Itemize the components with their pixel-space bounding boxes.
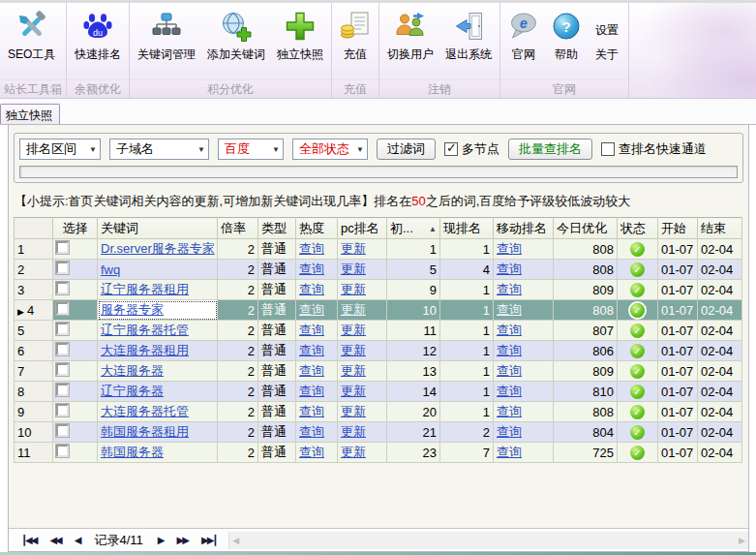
search-engine-dropdown[interactable]: 百度 ▼ (218, 139, 284, 160)
hot-query-link[interactable]: 查询 (299, 241, 324, 256)
column-header[interactable]: 移动排名 (494, 218, 554, 239)
first-record-button[interactable]: ┃◀◀ (15, 535, 43, 545)
column-header[interactable]: pc排名 (338, 218, 387, 239)
next-page-button[interactable]: ▶▶ (170, 535, 195, 545)
keyword-link[interactable]: 辽宁服务器租用 (101, 282, 189, 296)
pc-update-link[interactable]: 更新 (341, 363, 366, 378)
fast-channel-checkbox[interactable] (601, 142, 615, 156)
pc-update-link[interactable]: 更新 (341, 282, 366, 296)
table-row[interactable]: 10韩国服务器租用2普通查询更新212查询804✓01-0702-04 (15, 422, 742, 443)
prev-record-button[interactable]: ◀ (68, 535, 87, 545)
official-site-button[interactable]: e 官网 (502, 6, 545, 79)
column-header[interactable]: 关键词 (98, 218, 218, 239)
hot-query-link[interactable]: 查询 (299, 343, 324, 357)
hot-query-link[interactable]: 查询 (299, 445, 324, 459)
column-header[interactable]: 初...▲ (387, 218, 440, 239)
mobile-query-link[interactable]: 查询 (497, 262, 522, 276)
about-link[interactable]: 关于 (595, 46, 619, 63)
keyword-link[interactable]: 韩国服务器 (101, 445, 164, 459)
table-row[interactable]: 6大连服务器租用2普通查询更新121查询806✓01-0702-04 (15, 341, 742, 361)
pc-update-link[interactable]: 更新 (341, 404, 366, 418)
row-checkbox[interactable] (56, 363, 69, 376)
column-header[interactable]: 今日优化 (554, 218, 618, 239)
pc-update-link[interactable]: 更新 (341, 302, 366, 317)
hot-query-link[interactable]: 查询 (299, 262, 324, 276)
keyword-link[interactable]: 大连服务器托管 (101, 404, 189, 418)
hot-query-link[interactable]: 查询 (299, 424, 324, 439)
standalone-snapshot-button[interactable]: 独立快照 (271, 6, 329, 79)
mobile-query-link[interactable]: 查询 (497, 282, 522, 296)
keyword-link[interactable]: 大连服务器租用 (101, 343, 189, 357)
last-record-button[interactable]: ▶▶┃ (195, 535, 223, 545)
keyword-link[interactable]: 辽宁服务器 (101, 384, 164, 398)
keyword-link[interactable]: 辽宁服务器托管 (101, 323, 189, 337)
pc-update-link[interactable]: 更新 (341, 445, 366, 459)
seo-tools-button[interactable]: SEO工具 (2, 6, 61, 79)
row-checkbox[interactable] (56, 343, 69, 355)
column-header[interactable]: 倍率 (218, 218, 258, 239)
keyword-manage-button[interactable]: 关键词管理 (132, 6, 201, 79)
batch-check-rank-button[interactable]: 批量查排名 (508, 139, 592, 160)
mobile-query-link[interactable]: 查询 (497, 445, 522, 459)
fast-ranking-button[interactable]: du 快速排名 (69, 6, 127, 79)
rank-range-dropdown[interactable]: 排名区间 ▼ (19, 139, 101, 160)
keyword-link[interactable]: Dr.server服务器专家 (101, 241, 215, 256)
pc-update-link[interactable]: 更新 (341, 241, 366, 256)
column-header[interactable]: 现排名 (440, 218, 494, 239)
status-dropdown[interactable]: 全部状态 ▼ (292, 139, 368, 160)
row-checkbox[interactable] (56, 282, 69, 294)
row-checkbox[interactable] (56, 404, 69, 416)
mobile-query-link[interactable]: 查询 (497, 302, 522, 317)
table-row[interactable]: 2fwq2普通查询更新54查询808✓01-0702-04 (15, 260, 742, 280)
hot-query-link[interactable]: 查询 (299, 404, 324, 418)
row-checkbox[interactable] (56, 424, 69, 437)
multi-node-checkbox[interactable] (444, 142, 458, 156)
column-header[interactable]: 状态 (618, 218, 658, 239)
horizontal-scrollbar[interactable]: ◀ ▶ (228, 532, 748, 549)
next-record-button[interactable]: ▶ (151, 535, 170, 545)
pc-update-link[interactable]: 更新 (341, 262, 366, 276)
add-keyword-button[interactable]: 添加关键词 (201, 6, 271, 79)
help-button[interactable]: ? 帮助 (545, 6, 588, 79)
table-row[interactable]: 7大连服务器2普通查询更新131查询809✓01-0702-04 (15, 361, 742, 382)
row-checkbox[interactable] (56, 241, 69, 254)
mobile-query-link[interactable]: 查询 (497, 241, 522, 256)
subdomain-dropdown[interactable]: 子域名 ▼ (109, 139, 209, 160)
pc-update-link[interactable]: 更新 (341, 384, 366, 398)
column-header[interactable]: 热度 (296, 218, 338, 239)
keyword-link[interactable]: 韩国服务器租用 (101, 424, 189, 439)
keyword-link[interactable]: fwq (101, 262, 120, 277)
table-row[interactable]: 3辽宁服务器租用2普通查询更新91查询809✓01-0702-04 (15, 280, 742, 300)
keyword-link[interactable]: 大连服务器 (101, 363, 164, 378)
hot-query-link[interactable]: 查询 (299, 363, 324, 378)
tab-standalone-snapshot[interactable]: 独立快照 (0, 104, 60, 124)
column-header[interactable]: 选择 (53, 218, 98, 239)
switch-user-button[interactable]: 切换用户 (381, 6, 439, 79)
mobile-query-link[interactable]: 查询 (497, 404, 522, 418)
row-checkbox[interactable] (56, 445, 69, 457)
mobile-query-link[interactable]: 查询 (497, 363, 522, 378)
table-row[interactable]: 11韩国服务器2普通查询更新237查询725✓01-0702-04 (15, 443, 742, 463)
pc-update-link[interactable]: 更新 (341, 343, 366, 357)
pc-update-link[interactable]: 更新 (341, 424, 366, 439)
row-checkbox[interactable] (56, 323, 69, 335)
filter-words-button[interactable]: 过滤词 (377, 139, 436, 160)
table-row[interactable]: 5辽宁服务器托管2普通查询更新111查询807✓01-0702-04 (15, 321, 742, 341)
mobile-query-link[interactable]: 查询 (497, 323, 522, 337)
mobile-query-link[interactable]: 查询 (497, 384, 522, 398)
column-header[interactable] (15, 218, 53, 239)
table-row[interactable]: 8辽宁服务器2普通查询更新141查询810✓01-0702-04 (15, 382, 742, 402)
pc-update-link[interactable]: 更新 (341, 323, 366, 337)
prev-page-button[interactable]: ◀◀ (43, 535, 67, 545)
hot-query-link[interactable]: 查询 (299, 282, 324, 296)
settings-link[interactable]: 设置 (595, 22, 619, 39)
recharge-button[interactable]: 充值 (334, 6, 377, 79)
row-checkbox[interactable] (56, 302, 69, 315)
hot-query-link[interactable]: 查询 (299, 384, 324, 398)
scroll-right-icon[interactable]: ▶ (739, 536, 745, 545)
exit-system-button[interactable]: 退出系统 (439, 6, 498, 79)
hot-query-link[interactable]: 查询 (299, 323, 324, 337)
hot-query-link[interactable]: 查询 (299, 302, 324, 317)
table-row[interactable]: ▶4服务器专家2普通查询更新101查询808✓01-0702-04 (15, 300, 742, 321)
row-checkbox[interactable] (56, 384, 69, 396)
